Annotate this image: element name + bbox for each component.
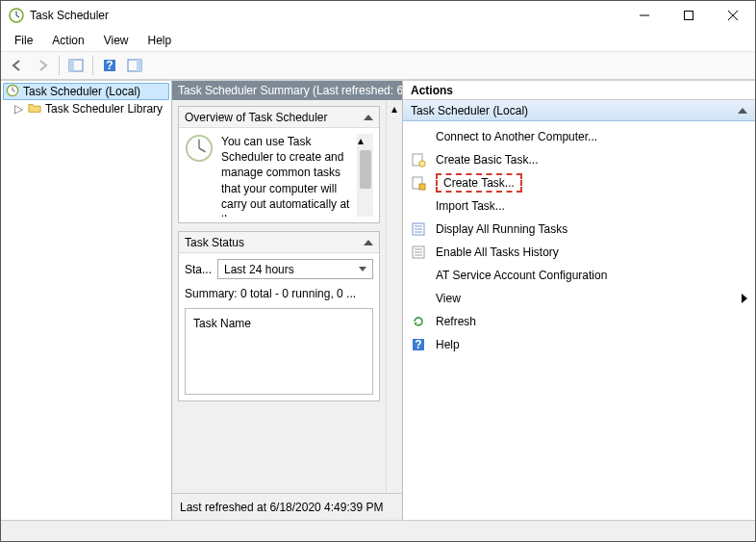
list-icon — [411, 221, 426, 237]
action-label: Create Basic Task... — [436, 153, 539, 167]
actions-pane: Actions Task Scheduler (Local) Connect t… — [403, 81, 755, 520]
scroll-thumb[interactable] — [360, 150, 371, 189]
refresh-icon — [411, 314, 426, 329]
action-create-task[interactable]: Create Task... — [403, 171, 755, 194]
task-status-panel: Task Status Sta... Last 24 hours — [178, 231, 380, 401]
actions-subtitle: Task Scheduler (Local) — [411, 104, 528, 117]
actions-title: Actions — [403, 81, 755, 100]
action-label: AT Service Account Configuration — [436, 269, 607, 282]
tree-pane: Task Scheduler (Local) ▷ Task Scheduler … — [1, 81, 172, 520]
action-label: Help — [436, 338, 460, 351]
clock-icon — [6, 84, 19, 100]
expand-icon[interactable]: ▷ — [13, 102, 24, 116]
action-enable-all-tasks-history[interactable]: Enable All Tasks History — [403, 241, 755, 264]
titlebar: Task Scheduler — [1, 1, 755, 30]
action-help[interactable]: ?Help — [403, 333, 755, 356]
status-bar — [1, 520, 755, 541]
action-label: Connect to Another Computer... — [436, 130, 597, 143]
list2-icon — [411, 245, 426, 260]
summary-header: Task Scheduler Summary (Last refreshed: … — [172, 81, 402, 100]
svg-rect-4 — [685, 12, 693, 20]
main-body: Task Scheduler (Local) ▷ Task Scheduler … — [1, 80, 755, 520]
tree-root[interactable]: Task Scheduler (Local) — [3, 83, 169, 100]
blank-icon — [411, 291, 426, 306]
collapse-icon[interactable] — [738, 108, 747, 114]
scroll-up-icon[interactable]: ▴ — [387, 100, 402, 116]
svg-rect-8 — [69, 60, 74, 71]
svg-rect-22 — [419, 184, 425, 190]
action-label: Enable All Tasks History — [436, 245, 559, 259]
minimize-button[interactable] — [622, 1, 667, 30]
actions-subtitle-bar[interactable]: Task Scheduler (Local) — [403, 100, 755, 121]
help-toolbar-button[interactable]: ? — [98, 54, 121, 77]
action-create-basic-task[interactable]: Create Basic Task... — [403, 148, 755, 171]
svg-text:?: ? — [415, 338, 421, 351]
forward-button[interactable] — [31, 54, 54, 77]
app-icon — [9, 8, 24, 23]
back-button[interactable] — [6, 54, 29, 77]
clock-large-icon — [185, 134, 215, 217]
toolbar-separator — [59, 56, 60, 75]
blank-icon — [411, 198, 426, 214]
show-hide-tree-button[interactable] — [64, 54, 88, 77]
collapse-icon[interactable] — [364, 240, 373, 245]
tree-library[interactable]: ▷ Task Scheduler Library — [3, 100, 169, 117]
action-at-service-account-configuration[interactable]: AT Service Account Configuration — [403, 264, 755, 287]
summary-scrollbar[interactable]: ▴ — [386, 100, 402, 493]
task-name-list[interactable]: Task Name — [185, 308, 373, 395]
action-label: View — [436, 292, 461, 305]
action-label: Import Task... — [436, 199, 505, 213]
status-select-value: Last 24 hours — [224, 263, 294, 276]
menu-help[interactable]: Help — [140, 32, 180, 49]
action-connect-to-another-computer[interactable]: Connect to Another Computer... — [403, 125, 755, 148]
action-import-task[interactable]: Import Task... — [403, 194, 755, 218]
folder-icon — [28, 101, 41, 117]
scroll-up-icon[interactable]: ▴ — [358, 134, 373, 147]
task-name-header: Task Name — [193, 317, 251, 330]
action-refresh[interactable]: Refresh — [403, 310, 755, 333]
toolbar: ? — [1, 51, 755, 80]
overview-text: You can use Task Scheduler to create and… — [221, 134, 351, 217]
submenu-arrow-icon — [742, 294, 747, 303]
overview-panel: Overview of Task Scheduler You can use T… — [178, 106, 380, 223]
tree-root-label: Task Scheduler (Local) — [23, 85, 140, 98]
svg-text:?: ? — [106, 59, 113, 72]
action-label: Refresh — [436, 315, 476, 328]
menu-view[interactable]: View — [96, 32, 137, 49]
svg-rect-12 — [137, 60, 141, 71]
task-icon — [411, 152, 426, 168]
action-label: Create Task... — [436, 173, 522, 193]
action-view[interactable]: View — [403, 287, 755, 310]
overview-title: Overview of Task Scheduler — [185, 111, 328, 124]
task2-icon — [411, 175, 426, 191]
menu-file[interactable]: File — [7, 32, 40, 49]
menu-action[interactable]: Action — [44, 32, 91, 49]
summary-line: Summary: 0 total - 0 running, 0 ... — [185, 287, 373, 300]
summary-footer: Last refreshed at 6/18/2020 4:49:39 PM — [172, 493, 402, 520]
action-display-all-running-tasks[interactable]: Display All Running Tasks — [403, 218, 755, 241]
menubar: File Action View Help — [1, 30, 755, 51]
close-button[interactable] — [711, 1, 755, 30]
app-window: Task Scheduler File Action View Help ? T… — [0, 0, 756, 542]
tree-library-label: Task Scheduler Library — [45, 102, 163, 116]
chevron-down-icon — [359, 267, 366, 271]
help-icon: ? — [411, 337, 426, 352]
status-period-select[interactable]: Last 24 hours — [217, 259, 373, 279]
blank-icon — [411, 129, 426, 144]
show-action-pane-button[interactable] — [123, 54, 146, 77]
task-status-title: Task Status — [185, 236, 244, 249]
blank-icon — [411, 268, 426, 283]
window-title: Task Scheduler — [30, 9, 622, 22]
action-label: Display All Running Tasks — [436, 222, 567, 236]
toolbar-separator — [92, 56, 93, 75]
maximize-button[interactable] — [667, 1, 711, 30]
overview-scrollbar[interactable]: ▴ — [357, 134, 373, 217]
status-label: Sta... — [185, 263, 212, 276]
svg-point-20 — [419, 161, 425, 167]
actions-list: Connect to Another Computer...Create Bas… — [403, 121, 755, 520]
collapse-icon[interactable] — [364, 115, 373, 120]
summary-pane: Task Scheduler Summary (Last refreshed: … — [172, 81, 403, 520]
